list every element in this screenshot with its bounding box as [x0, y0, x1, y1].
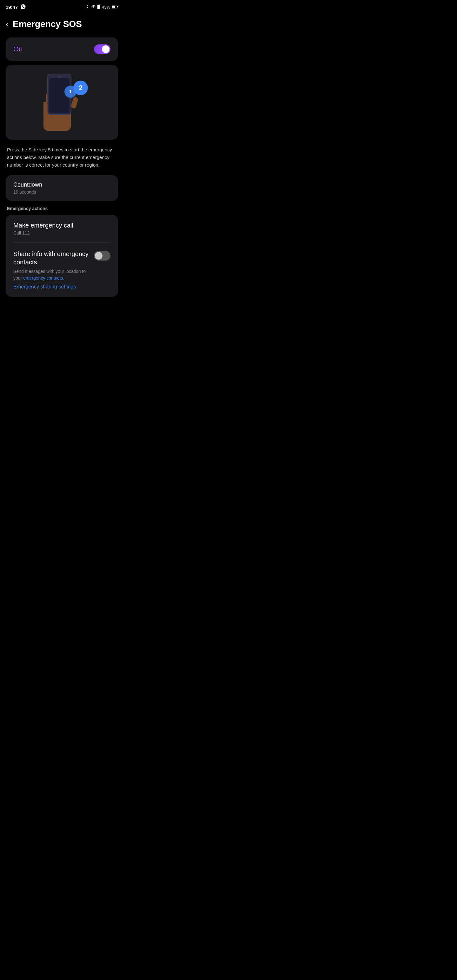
toggle-card[interactable]: On [6, 37, 118, 61]
main-content: On 1 [0, 37, 124, 313]
battery-level: 43% [102, 5, 110, 10]
badge-2: 2 [79, 84, 83, 92]
battery-icon [112, 5, 118, 10]
signal-icon: ▊ [97, 5, 100, 9]
countdown-subtitle: 10 seconds [13, 189, 110, 194]
wifi-icon [91, 5, 96, 10]
share-desc-end: . [63, 275, 64, 280]
main-toggle[interactable] [94, 45, 110, 54]
actions-card: Make emergency call Call 112 Share info … [6, 215, 118, 297]
emergency-actions-label: Emergency actions [6, 206, 118, 211]
status-bar-right: ▊ 43% [85, 5, 118, 10]
share-info-content: Share info with emergency contacts Send … [13, 250, 94, 290]
bluetooth-icon [85, 5, 89, 10]
countdown-card[interactable]: Countdown 10 seconds [6, 175, 118, 201]
emergency-contacts-link[interactable]: emergency contacts [23, 275, 63, 280]
status-bar-left: 19:47 [6, 4, 26, 11]
back-button[interactable]: ‹ [5, 18, 10, 30]
call-title: Make emergency call [13, 222, 110, 229]
emergency-sharing-settings-link[interactable]: Emergency sharing settings [13, 284, 89, 290]
make-call-item[interactable]: Make emergency call Call 112 [13, 215, 110, 242]
description-text: Press the Side key 5 times to start the … [6, 143, 118, 171]
whatsapp-icon [20, 4, 26, 11]
page-header: ‹ Emergency SOS [0, 13, 124, 37]
share-description: Send messages with your location to your… [13, 268, 89, 282]
toggle-label: On [13, 45, 22, 53]
share-info-toggle[interactable] [94, 251, 110, 261]
status-bar: 19:47 ▊ 43% [0, 0, 124, 13]
share-title: Share info with emergency contacts [13, 250, 89, 266]
badge-1: 1 [69, 89, 72, 94]
page-title: Emergency SOS [13, 19, 82, 29]
time: 19:47 [6, 5, 18, 10]
share-info-item: Share info with emergency contacts Send … [13, 243, 110, 297]
phone-illustration: 1 2 [37, 74, 87, 131]
call-subtitle: Call 112 [13, 231, 110, 235]
svg-rect-1 [112, 5, 115, 8]
illustration-card: 1 2 [6, 65, 118, 140]
countdown-title: Countdown [13, 181, 110, 188]
